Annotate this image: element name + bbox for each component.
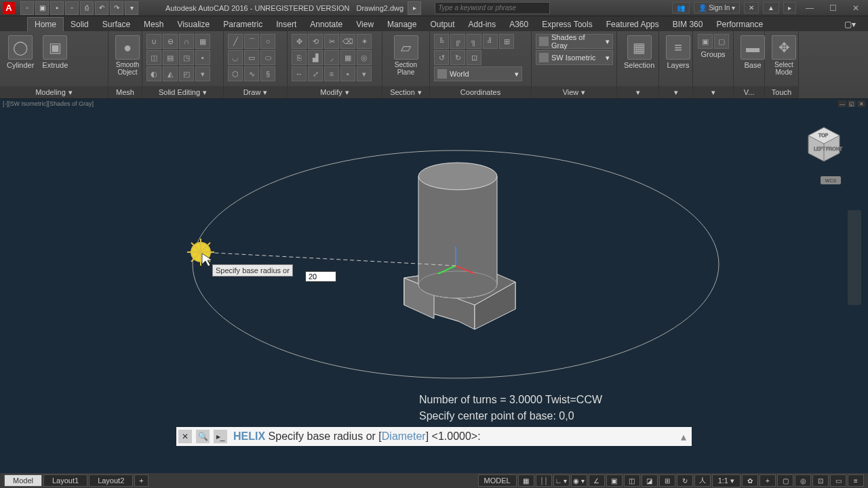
offset-icon[interactable]: ◎	[357, 50, 372, 65]
open-icon[interactable]: ▣	[35, 1, 49, 15]
undo-icon[interactable]: ↶	[95, 1, 108, 15]
a360-icon[interactable]: ▲	[763, 2, 779, 14]
rotate-icon[interactable]: ⟲	[308, 34, 323, 49]
tab-layout2[interactable]: Layout2	[89, 474, 133, 487]
app-logo-icon[interactable]: A	[3, 2, 15, 14]
viewport-label[interactable]: [-][SW Isometric][Shades of Gray]	[3, 100, 94, 107]
cmdline-options-icon[interactable]: 🔍	[196, 430, 210, 443]
ucs-icon-2[interactable]: ╔	[450, 34, 465, 49]
mirror-icon[interactable]: ▟	[308, 50, 323, 65]
union-icon[interactable]: ∪	[146, 34, 161, 49]
status-snap-icon[interactable]: ∠	[589, 474, 605, 487]
fillet-icon[interactable]: ◞	[324, 50, 339, 65]
trim-icon[interactable]: ✂	[324, 34, 339, 49]
tab-annotate[interactable]: Annotate	[303, 18, 349, 31]
panel-draw-label[interactable]: Draw ▾	[224, 86, 287, 98]
status-plus-icon[interactable]: +	[760, 474, 776, 487]
se-icon-12[interactable]: ▾	[195, 66, 210, 81]
panel-solid-editing-label[interactable]: Solid Editing ▾	[142, 86, 223, 98]
arc-icon[interactable]: ◡	[228, 50, 243, 65]
title-dropdown-icon[interactable]: ▸	[408, 1, 421, 15]
help-search-input[interactable]	[435, 2, 550, 14]
rect-icon[interactable]: ▭	[244, 50, 259, 65]
command-line[interactable]: ✕ 🔍 ▸_ HELIX Specify base radius or [ Di…	[176, 427, 692, 446]
circle-icon[interactable]: ○	[260, 34, 275, 49]
view-dropdown[interactable]: SW Isometric▾	[536, 50, 613, 65]
layers-button[interactable]: ≡Layers	[663, 34, 693, 70]
maximize-button[interactable]: ☐	[823, 1, 842, 15]
slice-icon[interactable]: ◫	[146, 50, 161, 65]
search-online-icon[interactable]: 👥	[672, 2, 690, 14]
ucs-icon-8[interactable]: ⊡	[467, 50, 481, 65]
world-dropdown[interactable]: World▾	[434, 66, 522, 81]
mod-icon[interactable]: ▪	[340, 66, 355, 81]
panel-groups-footer[interactable]: ▾	[693, 86, 733, 98]
qat-dropdown-icon[interactable]: ▾	[125, 1, 138, 15]
stretch-icon[interactable]: ↔	[292, 66, 307, 81]
ucs-icon-3[interactable]: ╗	[467, 34, 481, 49]
tab-output[interactable]: Output	[423, 18, 461, 31]
align-icon[interactable]: ≡	[324, 66, 339, 81]
tab-mesh[interactable]: Mesh	[137, 18, 170, 31]
wcs-badge[interactable]: WCS	[821, 176, 841, 184]
spline-icon[interactable]: ∿	[244, 66, 259, 81]
help-icon[interactable]: ▸	[783, 2, 796, 14]
panel-base-label[interactable]: V...	[734, 86, 764, 98]
status-osnap-icon[interactable]: ▣	[606, 474, 623, 487]
drawing-viewport[interactable]: Specify base radius or LEFT FRONT TOP WC…	[0, 108, 868, 446]
dynamic-input-field[interactable]	[305, 271, 336, 282]
subtract-icon[interactable]: ⊖	[163, 34, 178, 49]
view-cube[interactable]: LEFT FRONT TOP	[800, 122, 848, 169]
se-icon-8[interactable]: ▪	[195, 50, 210, 65]
panel-view-label[interactable]: View ▾	[532, 86, 616, 98]
scale-icon[interactable]: ⤢	[308, 66, 323, 81]
tab-manage[interactable]: Manage	[380, 18, 423, 31]
ucs-icon-6[interactable]: ↺	[434, 50, 449, 65]
navigation-bar[interactable]	[848, 210, 861, 305]
thicken-icon[interactable]: ▤	[163, 50, 178, 65]
ucs-icon-1[interactable]: ╚	[434, 34, 449, 49]
explode-icon[interactable]: ✶	[357, 34, 372, 49]
status-3dosnap-icon[interactable]: ◫	[624, 474, 640, 487]
redo-icon[interactable]: ↷	[110, 1, 123, 15]
intersect-icon[interactable]: ∩	[179, 34, 194, 49]
cmdline-expand-icon[interactable]: ▴	[681, 430, 686, 443]
tab-bim360[interactable]: BIM 360	[666, 18, 710, 31]
ribbon-minimize-icon[interactable]: ▢▾	[837, 18, 863, 31]
cylinder-button[interactable]: ◯Cylinder	[4, 34, 37, 70]
smooth-object-button[interactable]: ●Smooth Object	[113, 34, 142, 77]
status-custom-icon[interactable]: ≡	[848, 474, 864, 487]
status-gear-icon[interactable]: ✿	[742, 474, 758, 487]
panel-section-label[interactable]: Section ▾	[382, 86, 429, 98]
panel-touch-label[interactable]: Touch	[765, 86, 798, 98]
tab-a360[interactable]: A360	[502, 18, 535, 31]
array-icon[interactable]: ▦	[340, 50, 355, 65]
tab-express[interactable]: Express Tools	[535, 18, 599, 31]
ucs-icon-7[interactable]: ↻	[450, 50, 465, 65]
section-plane-button[interactable]: ▱Section Plane	[387, 34, 425, 77]
status-grid-icon[interactable]: ▦	[518, 474, 534, 487]
vp-restore-icon[interactable]: ◱	[848, 100, 856, 107]
tab-performance[interactable]: Performance	[709, 18, 770, 31]
print-icon[interactable]: ⎙	[80, 1, 94, 15]
imprint-icon[interactable]: ◳	[179, 50, 194, 65]
tab-visualize[interactable]: Visualize	[170, 18, 216, 31]
select-mode-button[interactable]: ✥Select Mode	[769, 34, 799, 77]
new-icon[interactable]: ▫	[20, 1, 34, 15]
panel-modify-label[interactable]: Modify ▾	[288, 86, 382, 98]
status-isolate-icon[interactable]: ◎	[795, 474, 811, 487]
save-icon[interactable]: ▪	[50, 1, 64, 15]
tab-layout1[interactable]: Layout1	[43, 474, 87, 487]
tab-surface[interactable]: Surface	[96, 18, 137, 31]
status-transparency-icon[interactable]: ⊞	[659, 474, 675, 487]
line-icon[interactable]: ╱	[228, 34, 243, 49]
status-hw-icon[interactable]: ⊡	[812, 474, 829, 487]
base-button[interactable]: ▬Base	[738, 34, 768, 70]
shell-icon[interactable]: ◰	[179, 66, 194, 81]
tab-model[interactable]: Model	[4, 474, 42, 487]
panel-mesh-label[interactable]: Mesh	[108, 86, 142, 98]
tab-solid[interactable]: Solid	[64, 18, 96, 31]
signin-button[interactable]: 👤 Sign In ▾	[694, 2, 740, 14]
status-ortho-icon[interactable]: ∟ ▾	[553, 474, 570, 487]
vp-close-icon[interactable]: ✕	[857, 100, 865, 107]
